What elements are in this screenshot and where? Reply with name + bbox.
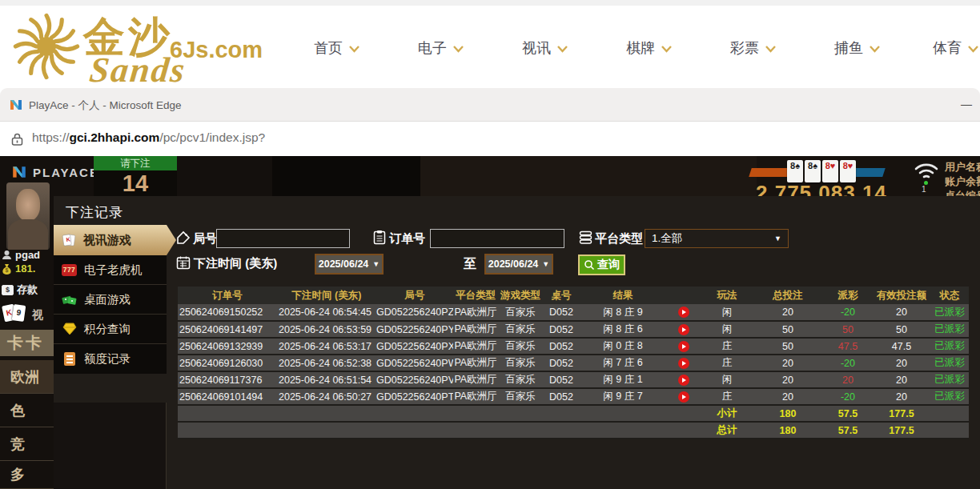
dominoes-icon [62, 293, 77, 307]
col-result: 结果 [580, 287, 666, 304]
nav-item-slots[interactable]: 电子 [418, 38, 464, 58]
user-name-label: 用户名称: [945, 160, 980, 174]
chevron-down-icon [661, 46, 672, 53]
bet-countdown: 14 [94, 170, 177, 196]
platform-cell: PA欧洲厅 [453, 371, 498, 388]
date-to-picker[interactable]: 2025/06/24 ▼ [484, 254, 553, 275]
table-row: 250624069150252 2025-06-24 06:54:45 GD05… [178, 304, 969, 321]
order-no-cell: 250624069117376 [178, 371, 277, 388]
deposit-label: 存款 [17, 283, 38, 297]
document-icon [62, 352, 77, 366]
search-label: 查询 [597, 258, 620, 272]
status-cell: 已派彩 [930, 321, 969, 338]
playace-logo: PLAYACE [11, 164, 99, 180]
replay-cell [666, 304, 701, 321]
slot-777-icon: 777 [62, 263, 77, 277]
url-text[interactable]: https://gci.2hhapi.com/pc/pcv1/index.jsp… [32, 130, 265, 145]
round-no-cell: GD052256240PZ [376, 304, 453, 321]
menu-item-live-games[interactable]: K 视讯游戏 [54, 225, 176, 255]
total-payout: 57.5 [823, 422, 873, 439]
total-label: 总计 [701, 422, 753, 439]
game-type-cell: 百家乐 [498, 355, 543, 371]
account-balance-label: 账户余额: [945, 174, 980, 189]
date-from-value: 2025/06/24 [319, 259, 369, 270]
round-no-input[interactable] [216, 229, 350, 248]
table-row: 250624069101494 2025-06-24 06:50:27 GD05… [178, 388, 969, 405]
payout-cell: -20 [823, 355, 873, 371]
menu-label: 电子老虎机 [84, 263, 143, 278]
total-bet-cell: 20 [753, 355, 823, 371]
round-no-cell: GD052256240PY [376, 321, 453, 338]
table-no-cell: D052 [543, 388, 580, 405]
chevron-down-icon [968, 46, 978, 53]
nav-item-lottery[interactable]: 彩票 [730, 38, 776, 58]
nav-item-sports[interactable]: 体育 [933, 38, 978, 58]
edge-urlbar[interactable]: https://gci.2hhapi.com/pc/pcv1/index.jsp… [0, 122, 980, 156]
card-9-icon: 9 [12, 304, 26, 322]
search-button[interactable]: 查询 [578, 255, 625, 275]
avatar-body [8, 219, 48, 250]
platform-cell: PA欧洲厅 [453, 338, 498, 355]
replay-cell [666, 338, 701, 355]
replay-play-button[interactable] [678, 358, 689, 369]
col-side: 玩法 [701, 287, 753, 304]
replay-play-button[interactable] [678, 375, 689, 386]
menu-label: 桌面游戏 [84, 292, 131, 307]
platform-list-icon [579, 230, 592, 244]
chevron-down-icon [453, 46, 464, 53]
card-8-spade: 8♠ [787, 160, 803, 182]
table-row: 250624069132939 2025-06-24 06:53:17 GD05… [178, 338, 969, 355]
playace-logo-text: PLAYACE [33, 166, 99, 179]
nav-item-home[interactable]: 首页 [314, 38, 359, 58]
bet-prompt: 请下注 [94, 156, 177, 170]
main-nav: 首页 电子 视讯 棋牌 彩票 捕鱼 体育 [0, 0, 980, 88]
side-cell: 庄 [701, 338, 753, 355]
round-no-cell: GD052256240PX [376, 338, 453, 355]
menu-item-credit-log[interactable]: 额度记录 [54, 344, 167, 374]
replay-play-button[interactable] [678, 324, 689, 335]
col-status: 状态 [930, 287, 969, 304]
bg-wall [420, 156, 757, 198]
subtotal-valid-bet: 177.5 [873, 405, 930, 422]
url-scheme: https:// [32, 130, 70, 144]
replay-cell [666, 321, 701, 338]
col-order-no: 订单号 [178, 287, 277, 304]
date-from-picker[interactable]: 2025/06/24 ▼ [315, 254, 384, 275]
minimize-button[interactable]: — [956, 96, 977, 112]
menu-item-table-games[interactable]: 桌面游戏 [54, 285, 167, 315]
platform-type-select[interactable]: 1.全部 ▼ [645, 229, 789, 248]
order-no-input[interactable] [430, 229, 564, 248]
table-no-cell: D052 [543, 355, 580, 371]
game-type-cell: 百家乐 [498, 388, 543, 405]
nav-item-fishing[interactable]: 捕鱼 [834, 38, 880, 58]
edge-titlebar: PlayAce - 个人 - Microsoft Edge — [0, 88, 980, 122]
bet-time-cell: 2025-06-24 06:54:45 [277, 304, 376, 321]
col-table-no: 桌号 [543, 287, 580, 304]
total-bet-cell: 20 [753, 371, 823, 388]
game-type-cell: 百家乐 [498, 321, 543, 338]
url-domain: gci.2hhapi.com [70, 130, 160, 144]
replay-play-button[interactable] [678, 307, 689, 318]
platform-cell: PA欧洲厅 [453, 304, 498, 321]
bet-time-cell: 2025-06-24 06:50:27 [277, 388, 376, 405]
card-8-heart: 8♥ [840, 160, 856, 182]
url-path: /pc/pcv1/index.jsp? [159, 130, 265, 144]
menu-item-slots[interactable]: 777 电子老虎机 [54, 255, 167, 285]
subtotal-total-bet: 180 [753, 405, 823, 422]
replay-play-button[interactable] [678, 391, 689, 403]
replay-play-button[interactable] [678, 341, 689, 352]
result-cell: 闲 8 庄 9 [580, 304, 666, 321]
valid-bet-cell: 47.5 [873, 338, 930, 355]
game-area: PLAYACE 请下注 14 pgad $ 181. $ 存款 K 9 视 卡卡 [0, 156, 980, 489]
subtotal-row: 小计 180 57.5 177.5 [178, 405, 969, 422]
deposit-button[interactable]: $ 存款 [2, 283, 38, 297]
bet-table-body: 250624069150252 2025-06-24 06:54:45 GD05… [178, 304, 969, 405]
menu-item-points[interactable]: 积分查询 [54, 315, 167, 344]
nav-item-live[interactable]: 视讯 [522, 38, 568, 58]
round-no-cell: GD052256240PW [376, 355, 453, 371]
side-cell: 闲 [701, 371, 753, 388]
platform-cell: PA欧洲厅 [453, 321, 498, 338]
bet-time-cell: 2025-06-24 06:52:38 [277, 355, 376, 371]
date-to-value: 2025/06/24 [488, 259, 539, 270]
nav-item-board[interactable]: 棋牌 [626, 38, 672, 58]
